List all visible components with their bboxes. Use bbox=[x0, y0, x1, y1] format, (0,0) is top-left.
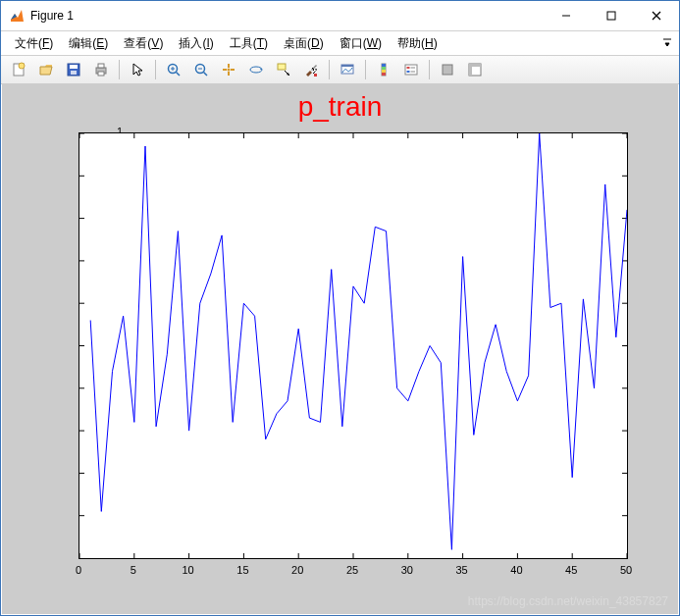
svg-rect-29 bbox=[382, 73, 386, 76]
svg-rect-22 bbox=[314, 74, 317, 77]
legend-icon[interactable] bbox=[398, 57, 424, 82]
x-tick-label: 10 bbox=[169, 564, 208, 576]
figure-window: Figure 1 文件(F) 编辑(E) 查看(V) 插入(I) 工具(T) 桌… bbox=[0, 0, 680, 616]
x-tick-label: 40 bbox=[497, 564, 536, 576]
menu-tools[interactable]: 工具(T) bbox=[222, 33, 276, 54]
svg-rect-7 bbox=[70, 65, 78, 69]
svg-rect-10 bbox=[98, 64, 104, 68]
save-icon[interactable] bbox=[61, 57, 86, 82]
menu-window[interactable]: 窗口(W) bbox=[332, 33, 390, 54]
svg-point-5 bbox=[19, 63, 25, 69]
toolbar-separator bbox=[329, 60, 330, 79]
toolbar-separator bbox=[155, 60, 156, 79]
figure-canvas[interactable]: p_train 0.10.20.30.40.50.60.70.80.91 051… bbox=[2, 83, 678, 614]
svg-rect-38 bbox=[469, 64, 481, 67]
svg-line-13 bbox=[177, 73, 181, 77]
menu-insert[interactable]: 插入(I) bbox=[171, 33, 221, 54]
svg-rect-35 bbox=[443, 65, 452, 75]
menubar: 文件(F) 编辑(E) 查看(V) 插入(I) 工具(T) 桌面(D) 窗口(W… bbox=[1, 31, 679, 56]
zoom-out-icon[interactable] bbox=[188, 57, 214, 82]
matlab-icon bbox=[9, 8, 25, 24]
svg-rect-8 bbox=[71, 71, 77, 75]
close-button[interactable] bbox=[634, 1, 679, 30]
toolbar-separator bbox=[429, 60, 430, 79]
x-tick-label: 45 bbox=[551, 564, 591, 576]
brush-icon[interactable] bbox=[298, 57, 324, 82]
toolbar-separator bbox=[365, 60, 366, 79]
show-tools-icon[interactable] bbox=[462, 57, 488, 82]
toolbar-separator bbox=[119, 60, 120, 79]
pointer-icon[interactable] bbox=[125, 57, 150, 82]
new-figure-icon[interactable] bbox=[6, 57, 31, 82]
watermark-text: https://blog.csdn.net/weixin_43857827 bbox=[468, 594, 668, 608]
line-plot bbox=[79, 133, 627, 558]
x-tick-label: 30 bbox=[388, 564, 427, 576]
svg-rect-27 bbox=[382, 67, 386, 70]
svg-rect-1 bbox=[607, 12, 615, 20]
zoom-in-icon[interactable] bbox=[161, 57, 186, 82]
link-icon[interactable] bbox=[335, 57, 360, 82]
svg-rect-33 bbox=[407, 71, 410, 73]
menu-file[interactable]: 文件(F) bbox=[7, 33, 61, 54]
pan-icon[interactable] bbox=[216, 57, 241, 82]
menu-view[interactable]: 查看(V) bbox=[116, 33, 171, 54]
annotation-text: p_train bbox=[2, 91, 678, 123]
minimize-button[interactable] bbox=[544, 1, 589, 30]
x-tick-label: 50 bbox=[606, 564, 646, 576]
x-tick-label: 5 bbox=[114, 564, 153, 576]
x-tick-label: 15 bbox=[223, 564, 262, 576]
menu-edit[interactable]: 编辑(E) bbox=[61, 33, 116, 54]
svg-rect-31 bbox=[407, 67, 410, 69]
toolbar bbox=[1, 56, 679, 84]
maximize-button[interactable] bbox=[589, 1, 634, 30]
open-icon[interactable] bbox=[33, 57, 59, 82]
hide-tools-icon[interactable] bbox=[435, 57, 460, 82]
svg-rect-21 bbox=[278, 64, 286, 70]
x-tick-label: 20 bbox=[278, 564, 317, 576]
titlebar: Figure 1 bbox=[1, 1, 679, 31]
svg-point-19 bbox=[228, 69, 231, 72]
axes[interactable] bbox=[78, 132, 628, 559]
svg-rect-11 bbox=[98, 72, 104, 76]
svg-rect-24 bbox=[341, 65, 353, 67]
colorbar-icon[interactable] bbox=[371, 57, 396, 82]
svg-rect-28 bbox=[382, 70, 386, 73]
menu-desktop[interactable]: 桌面(D) bbox=[276, 33, 332, 54]
rotate3d-icon[interactable] bbox=[243, 57, 269, 82]
x-tick-label: 25 bbox=[333, 564, 372, 576]
print-icon[interactable] bbox=[88, 57, 114, 82]
x-tick-label: 0 bbox=[59, 564, 98, 576]
svg-line-17 bbox=[204, 73, 208, 77]
svg-rect-30 bbox=[405, 65, 417, 75]
datacursor-icon[interactable] bbox=[271, 57, 296, 82]
x-tick-label: 35 bbox=[443, 564, 482, 576]
menu-overflow-icon[interactable] bbox=[661, 35, 673, 52]
window-title: Figure 1 bbox=[30, 9, 74, 23]
svg-rect-26 bbox=[382, 64, 386, 67]
menu-help[interactable]: 帮助(H) bbox=[390, 33, 445, 54]
